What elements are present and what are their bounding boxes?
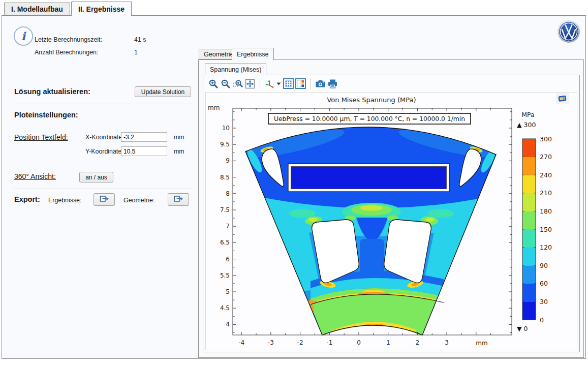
svg-text:UebPress = 10.0000 µm, T = 100: UebPress = 10.0000 µm, T = 100.000 °C, n… <box>274 115 465 123</box>
colorbar-max-marker: ▲ 300 <box>517 121 536 129</box>
x-coordinate-unit: mm <box>174 134 184 141</box>
last-computation-value: 41 s <box>134 36 146 43</box>
svg-text:5.5: 5.5 <box>220 272 230 279</box>
view-360-toggle-button[interactable]: an / aus <box>79 172 113 182</box>
plot-title: Von Mises Spannung (MPa) <box>327 96 416 104</box>
svg-text:4: 4 <box>226 321 230 328</box>
svg-text:5: 5 <box>226 288 230 295</box>
svg-text:300: 300 <box>540 135 552 143</box>
export-geometry-button[interactable] <box>168 193 189 206</box>
view-360-label: 360° Ansicht: <box>14 172 56 180</box>
legend-icon[interactable] <box>295 78 306 89</box>
colorbar-min-marker: ▼ 0 <box>517 325 528 332</box>
toolbar-separator <box>310 79 311 88</box>
export-geometry-label: Geometrie: <box>123 197 154 204</box>
toolbar-separator <box>260 79 260 88</box>
export-icon <box>173 194 183 205</box>
svg-text:-1: -1 <box>326 339 332 346</box>
zoom-in-icon[interactable] <box>208 78 219 89</box>
y-coordinate-label: Y-Koordinate: <box>85 148 123 155</box>
svg-text:10: 10 <box>222 125 230 132</box>
y-coordinate-unit: mm <box>174 148 184 155</box>
computation-count-label: Anzahl Berechnungen: <box>35 49 98 56</box>
plot-toolbar <box>207 77 338 90</box>
svg-text:150: 150 <box>540 226 552 233</box>
svg-text:210: 210 <box>540 189 552 197</box>
svg-text:1: 1 <box>386 339 390 346</box>
svg-text:180: 180 <box>540 207 552 215</box>
stress-plot[interactable]: Von Mises Spannung (MPa) <box>206 93 578 351</box>
zoom-box-icon[interactable] <box>232 78 243 89</box>
colorbar-unit: MPa <box>521 111 534 118</box>
svg-text:7: 7 <box>226 223 230 230</box>
update-solution-button[interactable]: Update Solution <box>135 86 191 97</box>
last-computation-label: Letzte Berechnungszeit: <box>35 36 102 43</box>
plot-thumbnail-icon[interactable] <box>556 94 569 104</box>
export-results-button[interactable] <box>94 193 115 206</box>
svg-text:7.5: 7.5 <box>220 206 230 214</box>
zoom-extents-icon[interactable] <box>244 78 256 89</box>
svg-text:-3: -3 <box>268 339 274 346</box>
svg-text:30: 30 <box>540 298 548 306</box>
tab-modellaufbau[interactable]: I. Modellaufbau <box>4 3 70 15</box>
colorbar: 3002702402101801501209060300 <box>522 135 552 324</box>
svg-text:120: 120 <box>540 243 552 251</box>
y-coordinate-input[interactable] <box>121 146 167 156</box>
y-axis-unit: mm <box>208 104 220 111</box>
svg-text:8: 8 <box>226 190 230 197</box>
svg-text:60: 60 <box>540 280 548 287</box>
svg-text:6.5: 6.5 <box>220 239 230 246</box>
graphics-area[interactable]: Von Mises Spannung (MPa) <box>205 92 577 350</box>
svg-text:3: 3 <box>445 339 449 346</box>
zoom-out-icon[interactable] <box>220 78 231 89</box>
svg-text:8.5: 8.5 <box>220 174 230 181</box>
tab-spannung-mises[interactable]: Spannung (Mises) <box>205 64 266 75</box>
svg-text:-2: -2 <box>297 339 303 346</box>
svg-text:-4: -4 <box>238 339 244 346</box>
svg-text:6: 6 <box>226 256 230 263</box>
update-solution-heading: Lösung aktualisieren: <box>14 87 90 96</box>
svg-text:0: 0 <box>540 316 544 324</box>
x-coordinate-label: X-Koordinate: <box>85 134 124 141</box>
x-axis-unit: mm <box>476 340 487 347</box>
svg-text:9.5: 9.5 <box>220 141 230 148</box>
export-results-label: Ergebnisse: <box>48 197 81 204</box>
magnet <box>288 164 449 192</box>
svg-text:0: 0 <box>357 339 361 346</box>
svg-text:4.5: 4.5 <box>220 304 230 312</box>
grid-icon[interactable] <box>283 78 294 89</box>
export-icon <box>99 194 109 205</box>
svg-text:90: 90 <box>540 262 548 269</box>
print-icon[interactable] <box>327 78 338 89</box>
textfield-position-label: Position Textfeld: <box>14 133 68 141</box>
svg-text:9: 9 <box>226 157 230 164</box>
computation-count-value: 1 <box>134 49 138 56</box>
divider <box>13 189 192 189</box>
svg-text:270: 270 <box>540 153 552 161</box>
svg-text:2: 2 <box>416 339 420 346</box>
tab-results[interactable]: Ergebnisse <box>232 48 274 60</box>
divider <box>13 104 192 104</box>
vw-logo <box>557 20 580 43</box>
x-coordinate-input[interactable] <box>121 132 167 142</box>
view-3d-icon[interactable] <box>264 78 275 89</box>
tab-ergebnisse[interactable]: II. Ergebnisse <box>71 2 132 16</box>
svg-text:240: 240 <box>540 171 552 179</box>
info-icon: i <box>14 26 33 46</box>
export-heading: Export: <box>14 195 40 203</box>
view-dropdown-caret-icon[interactable] <box>276 78 281 89</box>
plot-settings-heading: Ploteinstellungen: <box>14 111 78 119</box>
plot-annotation: UebPress = 10.0000 µm, T = 100.000 °C, n… <box>268 113 471 124</box>
camera-icon[interactable] <box>315 78 326 89</box>
